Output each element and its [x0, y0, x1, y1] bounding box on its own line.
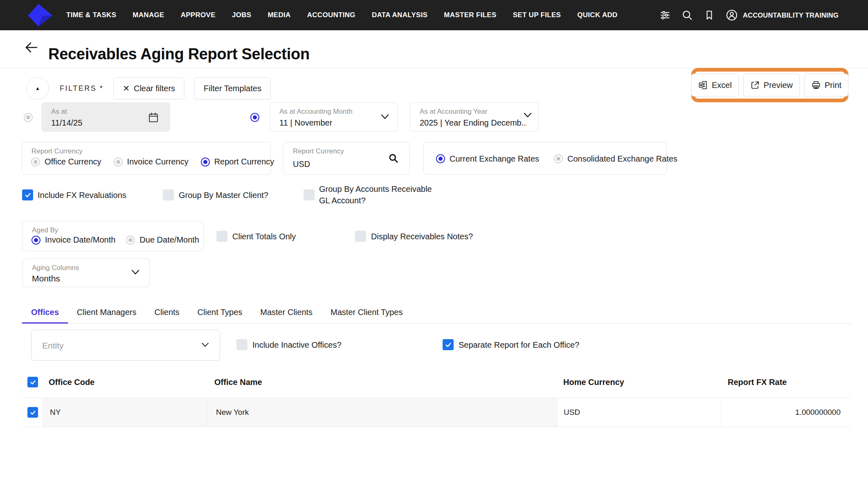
- select-all-offices-checkbox[interactable]: [27, 377, 38, 387]
- office-currency-option[interactable]: Office Currency: [31, 157, 101, 166]
- cell-home-currency: USD: [557, 398, 721, 427]
- separate-report-checkbox[interactable]: [443, 339, 454, 350]
- as-at-date-field: As at 11/14/25: [41, 102, 170, 132]
- back-button[interactable]: [22, 38, 40, 56]
- collapse-filters-button[interactable]: ▲: [26, 77, 49, 100]
- group-by-ar-gl-account-checkbox[interactable]: [304, 189, 315, 200]
- tab-clients[interactable]: Clients: [145, 302, 188, 324]
- clear-filters-button[interactable]: ✕ Clear filters: [113, 77, 184, 99]
- accounting-year-label: As at Accounting Year: [420, 108, 487, 116]
- entity-select[interactable]: Entity: [31, 330, 220, 361]
- include-fx-revaluations-label: Include FX Revaluations: [38, 191, 126, 200]
- report-currency-field-label: Report Currency: [293, 147, 344, 155]
- check-icon: [445, 341, 452, 349]
- nav-item-manage[interactable]: MANAGE: [133, 11, 164, 19]
- nav-item-time-tasks[interactable]: TIME & TASKS: [66, 11, 116, 19]
- client-totals-only-label: Client Totals Only: [232, 232, 296, 241]
- report-currency-radio[interactable]: [201, 158, 210, 166]
- nav-item-master-files[interactable]: MASTER FILES: [444, 11, 496, 19]
- nav-item-jobs[interactable]: JOBS: [232, 11, 252, 19]
- chevron-down-icon: [381, 114, 389, 119]
- group-by-master-client-checkbox[interactable]: [163, 189, 174, 200]
- display-receivables-notes-checkbox[interactable]: [355, 231, 366, 242]
- tab-master-clients[interactable]: Master Clients: [251, 302, 322, 324]
- as-at-date-radio[interactable]: [24, 113, 33, 122]
- cell-office-name: New York: [207, 398, 557, 427]
- tab-offices[interactable]: Offices: [22, 302, 68, 324]
- include-inactive-offices-label: Include Inactive Offices?: [252, 340, 342, 350]
- page-title: Receivables Aging Report Selection: [48, 45, 310, 63]
- col-office-name: Office Name: [207, 378, 557, 387]
- invoice-date-month-radio[interactable]: [31, 236, 40, 245]
- aged-by-label: Aged By: [32, 226, 58, 234]
- tab-client-types[interactable]: Client Types: [189, 302, 252, 324]
- aged-by-group: Aged By Invoice Date/Month Due Date/Mont…: [22, 221, 204, 251]
- separate-report-label: Separate Report for Each Office?: [459, 340, 579, 350]
- account-icon: [726, 9, 738, 21]
- office-currency-radio[interactable]: [31, 158, 40, 166]
- cell-report-fx-rate: 1.000000000: [721, 398, 852, 427]
- due-date-month-option[interactable]: Due Date/Month: [126, 235, 199, 245]
- search-icon[interactable]: [681, 9, 693, 21]
- bookmark-icon[interactable]: [704, 9, 715, 21]
- consolidated-exchange-rates-radio[interactable]: [554, 154, 563, 163]
- account-menu[interactable]: ACCOUNTABILITY TRAINING: [726, 9, 839, 21]
- invoice-currency-option[interactable]: Invoice Currency: [114, 157, 189, 166]
- row-select-checkbox[interactable]: [27, 407, 38, 418]
- client-totals-only-checkbox[interactable]: [216, 231, 227, 242]
- tab-master-client-types[interactable]: Master Client Types: [322, 302, 412, 324]
- accounting-period-radio[interactable]: [250, 113, 259, 122]
- entity-placeholder: Entity: [42, 330, 64, 361]
- back-arrow-icon: [22, 38, 40, 56]
- receivables-aging-report-page: TIME & TASKS MANAGE APPROVE JOBS MEDIA A…: [0, 0, 868, 495]
- top-nav: TIME & TASKS MANAGE APPROVE JOBS MEDIA A…: [0, 0, 868, 30]
- report-currency-lookup[interactable]: Report Currency USD: [283, 142, 410, 175]
- cell-office-code: NY: [43, 398, 207, 427]
- accounting-month-label: As at Accounting Month: [279, 108, 353, 116]
- chevron-down-icon: [201, 342, 209, 347]
- nav-item-set-up-files[interactable]: SET UP FILES: [513, 11, 561, 19]
- accounting-month-select[interactable]: As at Accounting Month 11 | November: [270, 102, 398, 132]
- as-at-label: As at: [51, 108, 67, 116]
- preview-button[interactable]: Preview: [743, 74, 800, 97]
- logo-diamond-icon: [25, 2, 54, 28]
- filters-bar: ▲ FILTERS * ✕ Clear filters Filter Templ…: [26, 77, 271, 100]
- chevron-down-icon: [524, 112, 532, 118]
- invoice-currency-radio[interactable]: [114, 158, 123, 166]
- current-exchange-rates-radio[interactable]: [436, 154, 445, 163]
- account-name: ACCOUNTABILITY TRAINING: [743, 11, 839, 19]
- exchange-rates-group: Current Exchange Rates Consolidated Exch…: [423, 142, 667, 175]
- group-by-ar-gl-account-label: Group By Accounts Receivable GL Account?: [319, 183, 432, 206]
- search-icon[interactable]: [388, 153, 399, 164]
- aging-columns-label: Aging Columns: [32, 264, 79, 272]
- tab-client-managers[interactable]: Client Managers: [68, 302, 146, 324]
- current-exchange-rates-option[interactable]: Current Exchange Rates: [436, 154, 539, 164]
- include-fx-revaluations-checkbox[interactable]: [22, 189, 33, 200]
- consolidated-exchange-rates-option[interactable]: Consolidated Exchange Rates: [554, 154, 677, 164]
- print-button[interactable]: Print: [804, 74, 848, 97]
- report-currency-group: Report Currency Office Currency Invoice …: [22, 142, 271, 175]
- accounting-year-value: 2025 | Year Ending Decemb...: [420, 118, 527, 128]
- report-currency-option[interactable]: Report Currency: [201, 157, 274, 166]
- col-report-fx-rate: Report FX Rate: [721, 378, 852, 387]
- calendar-icon[interactable]: [148, 112, 159, 123]
- nav-item-media[interactable]: MEDIA: [268, 11, 290, 19]
- nav-item-data-analysis[interactable]: DATA ANALYSIS: [372, 11, 427, 19]
- nav-item-accounting[interactable]: ACCOUNTING: [307, 11, 355, 19]
- invoice-date-month-option[interactable]: Invoice Date/Month: [31, 235, 115, 245]
- aging-columns-select[interactable]: Aging Columns Months: [22, 259, 150, 287]
- entity-tabs: Offices Client Managers Clients Client T…: [22, 302, 852, 324]
- nav-item-approve[interactable]: APPROVE: [181, 11, 216, 19]
- nav-item-quick-add[interactable]: QUICK ADD: [577, 11, 617, 19]
- accounting-year-select[interactable]: As at Accounting Year 2025 | Year Ending…: [410, 102, 539, 132]
- col-office-code: Office Code: [43, 378, 207, 387]
- nav-utilities: ACCOUNTABILITY TRAINING: [659, 9, 839, 21]
- accounting-month-value: 11 | November: [279, 118, 332, 128]
- sliders-icon[interactable]: [659, 9, 671, 21]
- include-inactive-offices-checkbox[interactable]: [236, 339, 247, 350]
- filters-label: FILTERS *: [60, 84, 103, 93]
- app-logo[interactable]: [25, 2, 54, 28]
- excel-button[interactable]: Excel: [691, 74, 739, 97]
- due-date-month-radio[interactable]: [126, 236, 135, 245]
- filter-templates-button[interactable]: Filter Templates: [194, 77, 271, 99]
